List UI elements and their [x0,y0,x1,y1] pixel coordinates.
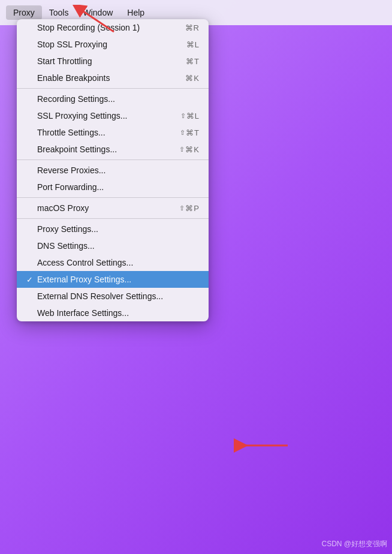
breakpoint-settings-item[interactable]: Breakpoint Settings... ⇧⌘K [17,141,209,158]
dns-settings-label: DNS Settings... [37,241,187,251]
port-forwarding-item[interactable]: Port Forwarding... [17,179,209,195]
enable-breakpoints-item[interactable]: Enable Breakpoints ⌘K [17,70,209,86]
enable-breakpoints-shortcut: ⌘K [185,74,199,83]
recording-settings-label: Recording Settings... [37,94,187,104]
external-dns-resolver-settings-item[interactable]: External DNS Resolver Settings... [17,288,209,305]
access-control-settings-label: Access Control Settings... [37,258,187,267]
external-proxy-settings-item[interactable]: ✓ External Proxy Settings... [17,271,209,288]
throttle-settings-label: Throttle Settings... [37,128,168,137]
external-dns-resolver-settings-label: External DNS Resolver Settings... [37,291,187,301]
reverse-proxies-item[interactable]: Reverse Proxies... [17,162,209,179]
external-proxy-settings-label: External Proxy Settings... [37,275,187,284]
breakpoint-settings-label: Breakpoint Settings... [37,144,167,154]
menu-bar-tools[interactable]: Tools [42,5,76,20]
svg-line-1 [78,8,114,32]
watermark: CSDN @好想变强啊 [321,539,387,549]
start-throttling-label: Start Throttling [37,56,174,66]
start-throttling-shortcut: ⌘T [186,57,199,66]
stop-ssl-proxying-item[interactable]: Stop SSL Proxying ⌘L [17,36,209,53]
ssl-proxying-settings-label: SSL Proxying Settings... [37,111,168,121]
enable-breakpoints-label: Enable Breakpoints [37,73,173,83]
separator-2 [17,159,209,160]
check-mark-external-proxy: ✓ [26,275,36,284]
stop-ssl-shortcut: ⌘L [186,40,199,49]
macos-proxy-shortcut: ⇧⌘P [179,204,199,213]
web-interface-settings-item[interactable]: Web Interface Settings... [17,305,209,321]
annotation-arrow-right [234,433,294,457]
separator-4 [17,218,209,219]
separator-3 [17,197,209,198]
ssl-proxying-settings-item[interactable]: SSL Proxying Settings... ⇧⌘L [17,107,209,124]
ssl-proxying-settings-shortcut: ⇧⌘L [180,112,199,121]
proxy-dropdown-menu: Stop Recording (Session 1) ⌘R Stop SSL P… [17,19,209,321]
dns-settings-item[interactable]: DNS Settings... [17,237,209,254]
breakpoint-settings-shortcut: ⇧⌘K [179,145,199,154]
port-forwarding-label: Port Forwarding... [37,182,187,192]
start-throttling-item[interactable]: Start Throttling ⌘T [17,53,209,70]
stop-ssl-label: Stop SSL Proxying [37,40,174,49]
web-interface-settings-label: Web Interface Settings... [37,308,187,318]
menu-bar-proxy[interactable]: Proxy [6,5,42,20]
separator-1 [17,88,209,89]
recording-settings-item[interactable]: Recording Settings... [17,91,209,107]
reverse-proxies-label: Reverse Proxies... [37,165,187,175]
macos-proxy-item[interactable]: macOS Proxy ⇧⌘P [17,200,209,216]
macos-proxy-label: macOS Proxy [37,203,167,213]
proxy-settings-label: Proxy Settings... [37,224,187,234]
annotation-arrow-top [72,5,120,35]
throttle-settings-item[interactable]: Throttle Settings... ⇧⌘T [17,124,209,141]
menu-bar-help[interactable]: Help [120,5,152,20]
access-control-settings-item[interactable]: Access Control Settings... [17,254,209,271]
throttle-settings-shortcut: ⇧⌘T [180,128,199,137]
stop-recording-shortcut: ⌘R [185,23,199,32]
proxy-settings-item[interactable]: Proxy Settings... [17,221,209,237]
